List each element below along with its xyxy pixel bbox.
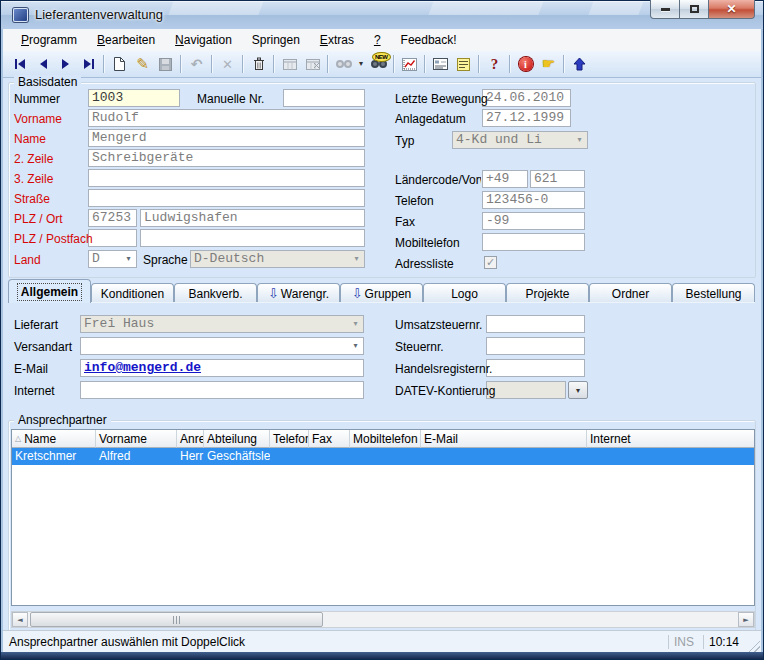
cancel-button[interactable]: ✕ [216, 53, 239, 75]
new-record-button[interactable] [108, 53, 131, 75]
dropdown-arrow-icon[interactable]: ▾ [349, 339, 362, 353]
postfach-field[interactable] [140, 229, 365, 247]
correspondence-button[interactable] [429, 53, 452, 75]
zeile2-field[interactable]: Schreibgeräte [88, 149, 365, 167]
column-header-telefon[interactable]: Telefon [270, 430, 309, 448]
search-dropdown-button[interactable]: ▾ [355, 53, 367, 75]
undo-button[interactable]: ↶ [185, 53, 208, 75]
new-search-button[interactable]: NEW [367, 53, 390, 75]
column-header-mobiltelefon[interactable]: Mobiltelefon [350, 430, 421, 448]
steuernr-field[interactable] [486, 337, 585, 355]
edit-record-button[interactable]: ✎ [131, 53, 154, 75]
telefon-field[interactable]: 123456-0 [482, 191, 585, 209]
column-header-anrede[interactable]: Anrede [177, 430, 204, 448]
next-record-icon [59, 58, 73, 70]
versandart-combo[interactable]: ▾ [80, 337, 364, 355]
column-header-abteilung[interactable]: Abteilung [204, 430, 270, 448]
internet-field[interactable] [80, 381, 364, 399]
delete-record-button[interactable] [247, 53, 270, 75]
first-record-button[interactable] [8, 53, 31, 75]
tab-allgemein[interactable]: Allgemein [8, 279, 91, 303]
horizontal-scrollbar[interactable]: ◄ ► [11, 611, 755, 628]
email-field[interactable]: info@mengerd.de [80, 359, 364, 377]
tab-warengr[interactable]: ⇩Warengr. [257, 283, 340, 303]
tab-logo[interactable]: Logo [423, 283, 506, 303]
menu-extras[interactable]: Extras [310, 31, 364, 49]
mobiltelefon-field[interactable] [482, 233, 585, 251]
sprache-combo[interactable]: D-Deutsch▾ [190, 250, 365, 268]
menu-feedback[interactable]: Feedback! [391, 31, 467, 49]
dropdown-arrow-icon[interactable]: ▾ [350, 252, 363, 266]
fax-field[interactable]: -99 [482, 212, 585, 230]
menu-navigation[interactable]: Navigation [165, 31, 242, 49]
datev-dropdown-button[interactable]: ▾ [568, 381, 588, 399]
scroll-left-button[interactable]: ◄ [12, 612, 28, 627]
support-button[interactable]: ? [483, 53, 506, 75]
strasse-field[interactable] [88, 189, 365, 207]
column-header-email[interactable]: E-Mail [421, 430, 587, 448]
search-button[interactable] [332, 53, 355, 75]
tab-konditionen[interactable]: Konditionen [91, 283, 174, 303]
laendercode-field[interactable]: +49 [482, 170, 528, 188]
minimize-icon [661, 8, 670, 11]
column-header-fax[interactable]: Fax [309, 430, 350, 448]
umsatzsteuernr-field[interactable] [486, 315, 585, 333]
save-record-button[interactable] [154, 53, 177, 75]
manuelle-nr-field[interactable] [283, 89, 365, 107]
column-header-name[interactable]: △Name [12, 430, 96, 448]
column-header-internet[interactable]: Internet [587, 430, 754, 448]
scrollbar-thumb[interactable] [30, 612, 323, 627]
zeile2-label: 2. Zeile [14, 152, 53, 166]
previous-record-button[interactable] [31, 53, 54, 75]
ort-field[interactable]: Ludwigshafen [140, 209, 365, 227]
last-record-button[interactable] [77, 53, 100, 75]
copy-row-button[interactable] [278, 53, 301, 75]
tab-bankverb[interactable]: Bankverb. [174, 283, 257, 303]
maximize-button[interactable] [680, 0, 709, 19]
toolbar-separator [180, 55, 182, 73]
close-button[interactable]: ✕ [709, 0, 755, 19]
name-field[interactable]: Mengerd [88, 129, 365, 147]
plz-postfach-field[interactable] [88, 229, 137, 247]
scroll-right-button[interactable]: ► [738, 612, 754, 627]
scrollbar-track[interactable] [28, 612, 738, 627]
remove-row-button[interactable] [301, 53, 324, 75]
notes-button[interactable] [452, 53, 475, 75]
menu-bearbeiten[interactable]: Bearbeiten [87, 31, 165, 49]
info-button[interactable]: i [514, 53, 537, 75]
tab-bestellung[interactable]: Bestellung [672, 283, 755, 303]
zeile3-label: 3. Zeile [14, 172, 53, 186]
dropdown-arrow-icon[interactable]: ▾ [349, 317, 362, 331]
mobiltelefon-label: Mobiltelefon [395, 236, 460, 250]
menu-springen[interactable]: Springen [242, 31, 310, 49]
menu-help[interactable]: ? [364, 31, 391, 49]
zeile3-field[interactable] [88, 169, 365, 187]
tab-ordner[interactable]: Ordner [589, 283, 672, 303]
vorwahl-field[interactable]: 621 [530, 170, 585, 188]
cell-abteilung: Geschäftsle [204, 448, 270, 465]
adressliste-checkbox[interactable]: ✓ [484, 256, 497, 269]
tab-gruppen[interactable]: ⇩Gruppen [340, 283, 423, 303]
scroll-left-icon: ◄ [17, 616, 22, 624]
dropdown-arrow-icon[interactable]: ▾ [573, 133, 586, 147]
action-button[interactable]: ☛ [537, 53, 560, 75]
tab-projekte[interactable]: Projekte [506, 283, 589, 303]
dropdown-arrow-icon[interactable]: ▾ [122, 252, 135, 266]
menu-programm[interactable]: Programm [11, 31, 87, 49]
statistics-button[interactable] [398, 53, 421, 75]
plz-field[interactable]: 67253 [88, 209, 137, 227]
land-combo[interactable]: D▾ [88, 250, 137, 268]
typ-combo[interactable]: 4-Kd und Li▾ [452, 131, 588, 149]
handelsregisternr-field[interactable] [486, 359, 585, 377]
next-record-button[interactable] [54, 53, 77, 75]
minimize-button[interactable] [650, 0, 680, 19]
vorname-field[interactable]: Rudolf [88, 109, 365, 127]
resize-grip[interactable] [745, 638, 760, 653]
table-row-selected[interactable]: Kretschmer Alfred Herr Geschäftsle [12, 448, 754, 465]
datev-field[interactable] [486, 381, 566, 399]
column-header-vorname[interactable]: Vorname [96, 430, 177, 448]
lieferart-combo[interactable]: Frei Haus▾ [80, 315, 364, 333]
nummer-field[interactable]: 1003 [88, 89, 180, 107]
edit-pencil-icon: ✎ [136, 57, 149, 72]
up-button[interactable] [568, 53, 591, 75]
